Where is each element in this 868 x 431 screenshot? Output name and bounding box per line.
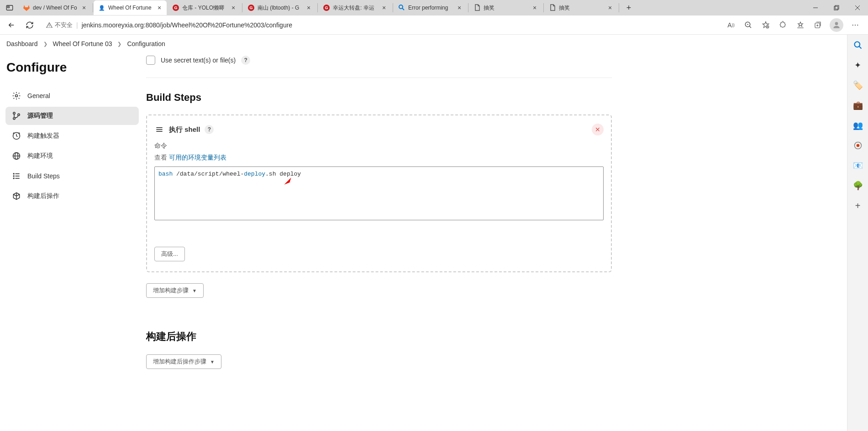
doc-icon bbox=[549, 4, 556, 11]
jenkins-icon: 👤 bbox=[98, 4, 105, 11]
gitee-icon: G bbox=[172, 4, 179, 11]
extensions-icon[interactable] bbox=[778, 20, 789, 31]
tab-title: 幸运大转盘: 幸运 bbox=[333, 4, 378, 12]
collections-icon[interactable] bbox=[812, 20, 823, 31]
tab-title: 抽奖 bbox=[484, 4, 528, 12]
tab-title: 仓库 - YOLO懒唧 bbox=[182, 4, 227, 12]
tab-actions-icon[interactable] bbox=[4, 2, 16, 14]
read-aloud-icon[interactable]: A)) bbox=[726, 20, 736, 31]
svg-rect-12 bbox=[835, 5, 839, 9]
svg-point-26 bbox=[852, 24, 853, 25]
doc-icon bbox=[473, 4, 481, 11]
tab-title: Wheel Of Fortune bbox=[108, 5, 153, 11]
security-warning: 不安全 bbox=[46, 21, 73, 29]
close-icon[interactable]: × bbox=[380, 4, 388, 11]
tab-separator bbox=[242, 3, 242, 12]
profile-avatar[interactable] bbox=[830, 18, 843, 32]
svg-point-28 bbox=[857, 24, 858, 25]
tab-separator bbox=[543, 3, 544, 12]
address-bar: 不安全 | jenkins.mooreyxia.org:8080/job/Whe… bbox=[0, 16, 868, 35]
svg-point-27 bbox=[855, 24, 856, 25]
zoom-icon[interactable] bbox=[743, 20, 754, 31]
svg-rect-11 bbox=[834, 6, 838, 10]
close-icon[interactable]: × bbox=[305, 4, 312, 11]
tab-separator bbox=[393, 3, 393, 12]
browser-tab[interactable]: 抽奖 × bbox=[469, 0, 542, 15]
browser-tab[interactable]: G 仓库 - YOLO懒唧 × bbox=[168, 0, 241, 15]
tab-separator bbox=[93, 3, 93, 12]
svg-rect-1 bbox=[8, 6, 10, 8]
url-bar[interactable]: 不安全 | jenkins.mooreyxia.org:8080/job/Whe… bbox=[41, 18, 721, 32]
browser-tab[interactable]: G 幸运大转盘: 幸运 × bbox=[318, 0, 391, 15]
favorite-icon[interactable] bbox=[760, 20, 771, 31]
url-text: jenkins.mooreyxia.org:8080/job/Wheel%20O… bbox=[82, 21, 293, 29]
favorites-bar-icon[interactable] bbox=[795, 20, 806, 31]
refresh-button[interactable] bbox=[23, 18, 37, 32]
gitlab-icon bbox=[23, 4, 30, 11]
tab-separator bbox=[468, 3, 468, 12]
browser-tab[interactable]: G 南山 (lbtooth) - G × bbox=[243, 0, 316, 15]
gitee-icon: G bbox=[247, 4, 255, 11]
tab-separator bbox=[619, 3, 619, 12]
maximize-button[interactable] bbox=[826, 0, 847, 16]
close-icon[interactable]: × bbox=[531, 4, 538, 11]
tab-title: dev / Wheel Of Fo bbox=[33, 5, 78, 11]
more-icon[interactable] bbox=[850, 20, 861, 31]
tab-title: Error performing bbox=[408, 5, 453, 11]
close-icon[interactable]: × bbox=[80, 4, 88, 11]
svg-point-8 bbox=[399, 5, 403, 9]
browser-tab-strip: dev / Wheel Of Fo × 👤 Wheel Of Fortune ×… bbox=[0, 0, 868, 16]
svg-line-17 bbox=[749, 26, 751, 28]
svg-text:G: G bbox=[174, 5, 177, 10]
gitee-icon: G bbox=[323, 4, 330, 11]
svg-line-9 bbox=[402, 8, 404, 10]
svg-text:G: G bbox=[249, 5, 253, 10]
browser-tab[interactable]: 抽奖 × bbox=[544, 0, 617, 15]
svg-text:G: G bbox=[325, 5, 328, 10]
browser-tab[interactable]: Error performing × bbox=[394, 0, 467, 15]
tab-title: 抽奖 bbox=[559, 4, 604, 12]
new-tab-button[interactable]: + bbox=[622, 1, 635, 14]
bing-icon bbox=[398, 4, 405, 11]
close-icon[interactable]: × bbox=[156, 4, 163, 11]
close-window-button[interactable] bbox=[847, 0, 868, 16]
browser-tab[interactable]: dev / Wheel Of Fo × bbox=[18, 0, 91, 15]
security-warning-text: 不安全 bbox=[55, 21, 73, 29]
svg-point-25 bbox=[835, 22, 838, 25]
browser-tab-active[interactable]: 👤 Wheel Of Fortune × bbox=[94, 0, 167, 15]
minimize-button[interactable] bbox=[805, 0, 826, 16]
back-button[interactable] bbox=[5, 18, 18, 32]
tab-title: 南山 (lbtooth) - G bbox=[258, 4, 302, 12]
close-icon[interactable]: × bbox=[456, 4, 463, 11]
window-controls bbox=[805, 0, 868, 16]
close-icon[interactable]: × bbox=[606, 4, 614, 11]
close-icon[interactable]: × bbox=[230, 4, 237, 11]
tab-separator bbox=[317, 3, 318, 12]
